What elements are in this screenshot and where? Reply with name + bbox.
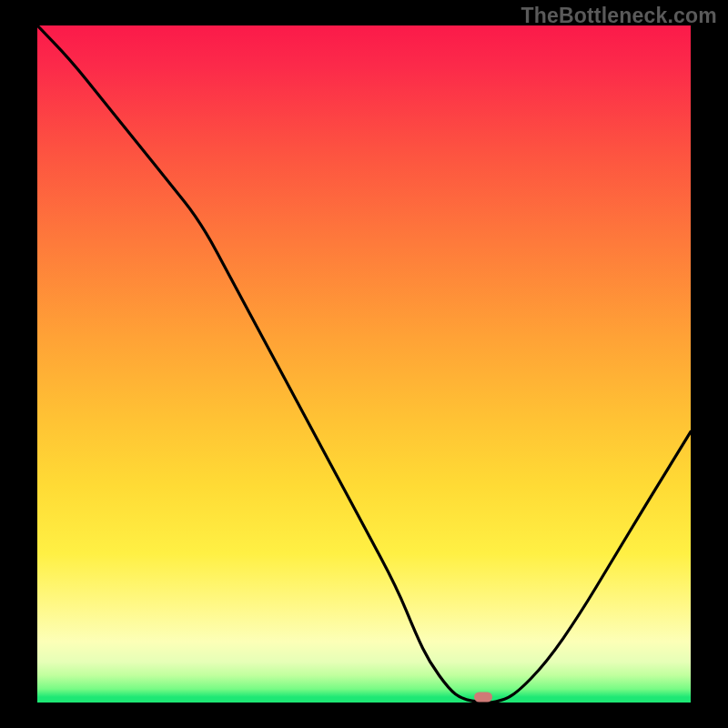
curve-path <box>37 25 691 703</box>
plot-area <box>37 25 691 703</box>
optimal-marker <box>474 693 492 703</box>
watermark-text: TheBottleneck.com <box>521 4 717 28</box>
bottleneck-curve <box>37 25 691 703</box>
chart-frame: TheBottleneck.com <box>0 0 728 728</box>
